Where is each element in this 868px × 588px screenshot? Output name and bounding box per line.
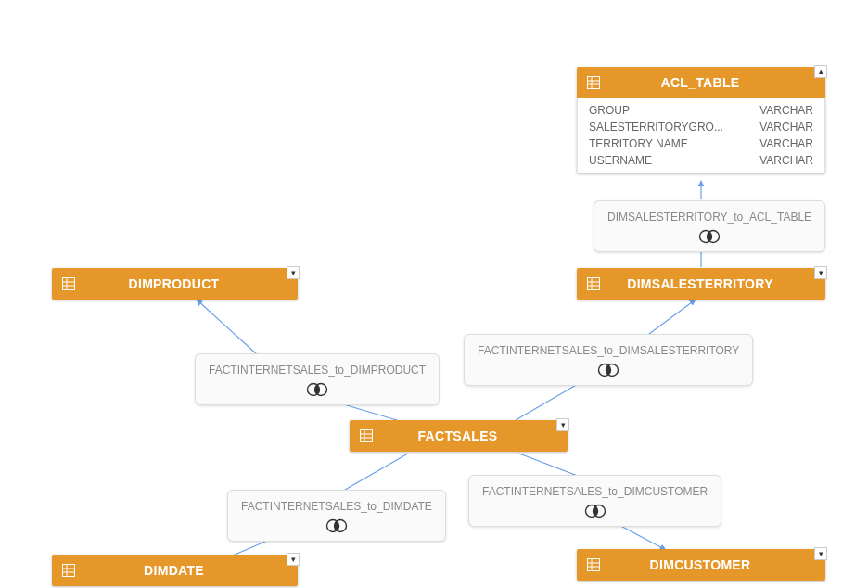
expand-icon[interactable]: ▾ [556, 418, 569, 431]
collapse-icon[interactable]: ▴ [814, 65, 827, 78]
join-dst-acltable[interactable]: DIMSALESTERRITORY_to_ACL_TABLE [594, 200, 825, 252]
inner-join-icon [478, 363, 739, 377]
table-icon [586, 75, 601, 90]
svg-rect-10 [588, 77, 600, 89]
entity-title: FACTSALES [374, 428, 542, 443]
svg-rect-26 [63, 565, 75, 577]
entity-header[interactable]: ACL_TABLE ▴ [577, 67, 825, 98]
column-name: TERRITORY NAME [589, 137, 752, 150]
svg-rect-18 [588, 278, 600, 290]
entity-title: DIMPRODUCT [76, 276, 272, 291]
join-fis-dimdate[interactable]: FACTINTERNETSALES_to_DIMDATE [227, 490, 446, 542]
join-label: FACTINTERNETSALES_to_DIMSALESTERRITORY [478, 344, 739, 357]
column-name: SALESTERRITORYGRO... [589, 121, 752, 134]
join-fis-dimproduct[interactable]: FACTINTERNETSALES_to_DIMPRODUCT [195, 353, 440, 405]
table-icon [61, 563, 76, 578]
entity-title: DIMDATE [76, 563, 272, 578]
column-type: VARCHAR [752, 137, 813, 150]
svg-rect-30 [588, 559, 600, 571]
inner-join-icon [241, 518, 432, 533]
svg-line-5 [649, 300, 696, 334]
svg-line-2 [345, 454, 408, 490]
expand-icon[interactable]: ▾ [814, 266, 827, 279]
join-label: DIMSALESTERRITORY_to_ACL_TABLE [607, 211, 811, 224]
column-name: GROUP [589, 104, 752, 117]
column-type: VARCHAR [752, 121, 813, 134]
diagram-canvas[interactable]: ACL_TABLE ▴ GROUP VARCHAR SALESTERRITORY… [0, 0, 868, 588]
table-icon [586, 557, 601, 572]
expand-icon[interactable]: ▾ [287, 266, 300, 279]
inner-join-icon [209, 382, 426, 397]
entity-header[interactable]: DIMSALESTERRITORY ▾ [577, 268, 825, 300]
join-label: FACTINTERNETSALES_to_DIMPRODUCT [209, 364, 426, 377]
inner-join-icon [607, 229, 811, 244]
table-icon [61, 276, 76, 291]
entity-columns: GROUP VARCHAR SALESTERRITORYGRO... VARCH… [577, 98, 825, 173]
table-row[interactable]: USERNAME VARCHAR [578, 152, 824, 169]
column-name: USERNAME [589, 154, 752, 167]
table-row[interactable]: TERRITORY NAME VARCHAR [578, 135, 824, 152]
svg-line-4 [197, 300, 258, 355]
table-row[interactable]: SALESTERRITORYGRO... VARCHAR [578, 119, 824, 135]
join-fis-dimsalesterritory[interactable]: FACTINTERNETSALES_to_DIMSALESTERRITORY [464, 334, 753, 386]
entity-dimcustomer[interactable]: DIMCUSTOMER ▾ [577, 549, 825, 581]
entity-acl-table[interactable]: ACL_TABLE ▴ GROUP VARCHAR SALESTERRITORY… [577, 67, 825, 173]
column-type: VARCHAR [752, 154, 813, 167]
entity-header[interactable]: FACTSALES ▾ [350, 420, 568, 452]
entity-dimdate[interactable]: DIMDATE ▾ [52, 555, 298, 586]
table-row[interactable]: GROUP VARCHAR [578, 102, 824, 119]
column-type: VARCHAR [752, 104, 813, 117]
expand-icon[interactable]: ▾ [287, 553, 300, 566]
join-label: FACTINTERNETSALES_to_DIMCUSTOMER [482, 485, 708, 498]
entity-dimsalesterritory[interactable]: DIMSALESTERRITORY ▾ [577, 268, 825, 300]
entity-header[interactable]: DIMPRODUCT ▾ [52, 268, 298, 300]
entity-header[interactable]: DIMCUSTOMER ▾ [577, 549, 825, 581]
svg-rect-14 [63, 278, 75, 290]
table-icon [586, 276, 601, 291]
inner-join-icon [482, 504, 708, 518]
entity-title: DIMCUSTOMER [601, 557, 799, 572]
svg-rect-22 [361, 430, 373, 442]
entity-dimproduct[interactable]: DIMPRODUCT ▾ [52, 268, 298, 300]
join-fis-dimcustomer[interactable]: FACTINTERNETSALES_to_DIMCUSTOMER [468, 475, 721, 527]
entity-header[interactable]: DIMDATE ▾ [52, 555, 298, 586]
entity-title: DIMSALESTERRITORY [601, 276, 799, 291]
join-label: FACTINTERNETSALES_to_DIMDATE [241, 500, 432, 513]
table-icon [359, 428, 374, 443]
expand-icon[interactable]: ▾ [814, 547, 827, 560]
entity-factsales[interactable]: FACTSALES ▾ [350, 420, 568, 452]
svg-line-1 [516, 380, 584, 420]
entity-title: ACL_TABLE [601, 75, 799, 90]
